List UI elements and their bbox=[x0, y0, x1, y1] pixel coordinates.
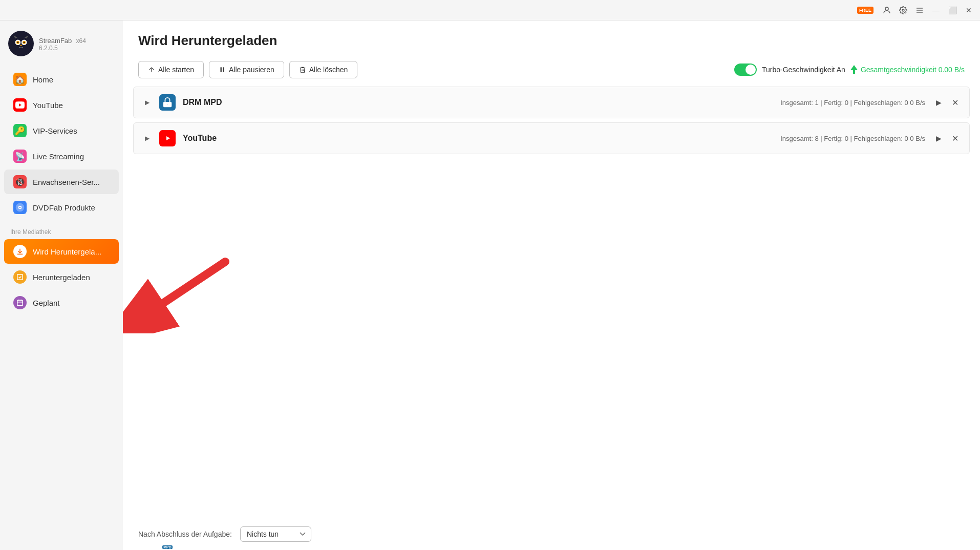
sidebar-item-vip[interactable]: 🔑 VIP-Services bbox=[4, 118, 119, 143]
svg-line-24 bbox=[150, 68, 152, 70]
sidebar-label-vip: VIP-Services bbox=[33, 126, 77, 135]
app-container: StreamFab x64 6.2.0.5 🏠 Home YouTube 🔑 V… bbox=[0, 20, 980, 550]
app-logo bbox=[8, 31, 34, 56]
dvdfab-icon bbox=[13, 201, 27, 214]
settings-icon-btn[interactable] bbox=[896, 3, 910, 17]
drm-row-stats: Insgesamt: 1 | Fertig: 0 | Fehlgeschlage… bbox=[780, 99, 925, 107]
yt-row-stats: Insgesamt: 8 | Fertig: 0 | Fehlgeschlage… bbox=[780, 135, 925, 142]
downloaded-icon bbox=[13, 270, 27, 284]
svg-rect-18 bbox=[17, 274, 23, 280]
svg-point-10 bbox=[24, 41, 25, 43]
home-icon: 🏠 bbox=[13, 73, 27, 86]
close-btn[interactable]: ✕ bbox=[962, 3, 976, 17]
drm-icon: MPD bbox=[159, 94, 176, 111]
sidebar-label-live: Live Streaming bbox=[33, 152, 84, 161]
speed-label: Gesamtgeschwindigkeit 0.00 B/s bbox=[861, 66, 965, 74]
speed-area: Gesamtgeschwindigkeit 0.00 B/s bbox=[850, 65, 965, 74]
svg-point-0 bbox=[885, 7, 888, 10]
page-title: Wird Heruntergeladen bbox=[138, 33, 965, 49]
expand-youtube-btn[interactable]: ▶ bbox=[142, 133, 152, 143]
sidebar-item-downloading[interactable]: Wird Heruntergela... bbox=[4, 239, 119, 264]
svg-point-17 bbox=[19, 207, 21, 208]
sidebar-item-adult[interactable]: 🔞 Erwachsenen-Ser... bbox=[4, 170, 119, 194]
yt-row-name: YouTube bbox=[183, 134, 773, 143]
svg-marker-28 bbox=[850, 65, 858, 74]
svg-line-25 bbox=[152, 68, 154, 70]
menu-icon-btn[interactable] bbox=[912, 3, 927, 17]
toolbar: Alle starten Alle pausieren Alle löschen… bbox=[123, 57, 980, 87]
yt-play-btn[interactable]: ▶ bbox=[932, 132, 945, 144]
turbo-label: Turbo-Geschwindigkeit An bbox=[762, 66, 845, 74]
title-bar: FREE — ⬜ ✕ bbox=[0, 0, 980, 20]
app-name: StreamFab x64 bbox=[39, 36, 86, 45]
sidebar: StreamFab x64 6.2.0.5 🏠 Home YouTube 🔑 V… bbox=[0, 20, 123, 550]
footer-label: Nach Abschluss der Aufgabe: bbox=[138, 530, 232, 538]
svg-rect-27 bbox=[223, 67, 224, 72]
toggle-knob bbox=[745, 65, 756, 75]
vip-icon: 🔑 bbox=[13, 124, 27, 137]
downloading-icon bbox=[13, 245, 27, 258]
download-list: ▶ MPD DRM MPD Insgesamt: 1 | Fertig: 0 |… bbox=[123, 87, 980, 518]
svg-rect-19 bbox=[17, 300, 23, 306]
sidebar-label-home: Home bbox=[33, 75, 53, 84]
drm-play-btn[interactable]: ▶ bbox=[932, 96, 945, 109]
app-version: 6.2.0.5 bbox=[39, 45, 86, 52]
scheduled-icon bbox=[13, 296, 27, 309]
live-icon: 📡 bbox=[13, 150, 27, 163]
yt-icon bbox=[159, 130, 176, 146]
pause-all-label: Alle pausieren bbox=[229, 66, 274, 74]
svg-point-9 bbox=[17, 41, 18, 43]
sidebar-item-dvdfab[interactable]: DVDFab Produkte bbox=[4, 195, 119, 220]
sidebar-label-downloaded: Heruntergeladen bbox=[33, 273, 90, 282]
svg-point-30 bbox=[167, 103, 168, 105]
pause-all-button[interactable]: Alle pausieren bbox=[209, 61, 284, 78]
logo-text: StreamFab x64 6.2.0.5 bbox=[39, 36, 86, 52]
logo-area: StreamFab x64 6.2.0.5 bbox=[0, 26, 123, 67]
minimize-btn[interactable]: — bbox=[929, 3, 943, 17]
turbo-toggle[interactable] bbox=[734, 64, 757, 76]
free-badge: FREE bbox=[857, 7, 874, 14]
start-all-label: Alle starten bbox=[158, 66, 194, 74]
sidebar-label-adult: Erwachsenen-Ser... bbox=[33, 178, 100, 186]
download-row-youtube: ▶ YouTube Insgesamt: 8 | Fertig: 0 | Feh… bbox=[133, 122, 970, 154]
main-content: Wird Heruntergeladen Alle starten Alle p… bbox=[123, 20, 980, 550]
sidebar-item-scheduled[interactable]: Geplant bbox=[4, 290, 119, 315]
sidebar-label-downloading: Wird Heruntergela... bbox=[33, 247, 101, 256]
page-header: Wird Heruntergeladen bbox=[123, 20, 980, 57]
sidebar-label-scheduled: Geplant bbox=[33, 299, 60, 307]
yt-close-btn[interactable]: ✕ bbox=[949, 132, 961, 144]
sidebar-item-home[interactable]: 🏠 Home bbox=[4, 67, 119, 92]
sidebar-label-youtube: YouTube bbox=[33, 101, 63, 110]
start-all-button[interactable]: Alle starten bbox=[138, 61, 204, 78]
delete-all-label: Alle löschen bbox=[309, 66, 348, 74]
sidebar-label-dvdfab: DVDFab Produkte bbox=[33, 203, 95, 212]
sidebar-item-downloaded[interactable]: Heruntergeladen bbox=[4, 265, 119, 289]
library-section-label: Ihre Mediathek bbox=[0, 220, 123, 239]
drm-close-btn[interactable]: ✕ bbox=[949, 96, 961, 109]
task-completion-select[interactable]: Nichts tun Herunterfahren Ruhezustand bbox=[240, 526, 311, 542]
drm-row-actions: ▶ ✕ bbox=[932, 96, 961, 109]
svg-rect-26 bbox=[221, 67, 222, 72]
adult-icon: 🔞 bbox=[13, 175, 27, 188]
youtube-icon bbox=[13, 98, 27, 112]
person-icon-btn[interactable] bbox=[880, 3, 894, 17]
yt-row-actions: ▶ ✕ bbox=[932, 132, 961, 144]
turbo-area: Turbo-Geschwindigkeit An Gesamtgeschwind… bbox=[734, 64, 965, 76]
download-row-drm: ▶ MPD DRM MPD Insgesamt: 1 | Fertig: 0 |… bbox=[133, 87, 970, 118]
footer: Nach Abschluss der Aufgabe: Nichts tun H… bbox=[123, 518, 980, 550]
delete-all-button[interactable]: Alle löschen bbox=[289, 61, 358, 78]
expand-drm-btn[interactable]: ▶ bbox=[142, 97, 152, 108]
sidebar-item-live[interactable]: 📡 Live Streaming bbox=[4, 144, 119, 168]
drm-row-name: DRM MPD bbox=[183, 98, 773, 107]
maximize-btn[interactable]: ⬜ bbox=[945, 3, 960, 17]
sidebar-item-youtube[interactable]: YouTube bbox=[4, 93, 119, 117]
